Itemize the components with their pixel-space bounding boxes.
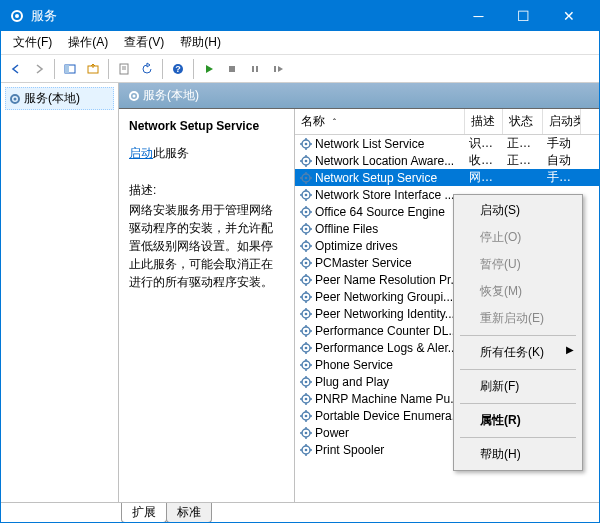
ctx-help[interactable]: 帮助(H) <box>456 441 580 468</box>
service-row[interactable]: Network List Service识别...正在...手动 <box>295 135 599 152</box>
col-name[interactable]: 名称ˆ <box>295 109 465 134</box>
tree-root[interactable]: 服务(本地) <box>5 87 114 110</box>
svg-point-17 <box>133 94 136 97</box>
cell-name: Optimize drives <box>295 238 465 254</box>
menubar: 文件(F) 操作(A) 查看(V) 帮助(H) <box>1 31 599 55</box>
cell-name: Performance Counter DL... <box>295 323 465 339</box>
svg-point-55 <box>305 244 308 247</box>
titlebar: 服务 ─ ☐ ✕ <box>1 1 599 31</box>
cell-name: Offline Files <box>295 221 465 237</box>
cell-name: Peer Networking Groupi... <box>295 289 465 305</box>
show-hide-button[interactable] <box>59 58 81 80</box>
gear-icon <box>299 375 313 389</box>
gear-icon <box>299 341 313 355</box>
ctx-refresh[interactable]: 刷新(F) <box>456 373 580 400</box>
gear-icon <box>299 256 313 270</box>
menu-help[interactable]: 帮助(H) <box>172 32 229 53</box>
gear-icon <box>299 239 313 253</box>
cell-name: PNRP Machine Name Pu... <box>295 391 465 407</box>
detail-service-name: Network Setup Service <box>129 119 284 133</box>
svg-point-31 <box>305 176 308 179</box>
properties-button[interactable] <box>113 58 135 80</box>
svg-point-109 <box>305 397 308 400</box>
start-suffix: 此服务 <box>153 146 189 160</box>
menu-action[interactable]: 操作(A) <box>60 32 116 53</box>
menu-file[interactable]: 文件(F) <box>5 32 60 53</box>
gear-icon <box>299 358 313 372</box>
bottom-tabs: 扩展 标准 <box>1 502 599 523</box>
tree-pane: 服务(本地) <box>1 83 119 502</box>
cell-desc: 网络... <box>465 168 503 187</box>
cell-name: PCMaster Service <box>295 255 465 271</box>
export-button[interactable] <box>82 58 104 80</box>
gear-icon <box>299 307 313 321</box>
ctx-restart[interactable]: 重新启动(E) <box>456 305 580 332</box>
cell-name: Performance Logs & Aler... <box>295 340 465 356</box>
ctx-stop[interactable]: 停止(O) <box>456 224 580 251</box>
maximize-button[interactable]: ☐ <box>501 1 546 31</box>
tree-root-label: 服务(本地) <box>24 90 80 107</box>
svg-rect-10 <box>229 66 235 72</box>
context-menu: 启动(S) 停止(O) 暂停(U) 恢复(M) 重新启动(E) 所有任务(K)▶… <box>453 194 583 471</box>
ctx-start[interactable]: 启动(S) <box>456 197 580 224</box>
refresh-button[interactable] <box>136 58 158 80</box>
gear-icon <box>299 443 313 457</box>
service-row[interactable]: Network Setup Service网络...手动(触 <box>295 169 599 186</box>
col-start[interactable]: 启动类 <box>543 109 581 134</box>
svg-point-15 <box>14 97 17 100</box>
ctx-alltasks[interactable]: 所有任务(K)▶ <box>456 339 580 366</box>
detail-pane: Network Setup Service 启动此服务 描述: 网络安装服务用于… <box>119 109 294 502</box>
gear-icon <box>8 92 22 106</box>
cell-status <box>503 177 543 179</box>
minimize-button[interactable]: ─ <box>456 1 501 31</box>
svg-point-1 <box>15 14 19 18</box>
gear-icon <box>9 8 25 24</box>
svg-rect-3 <box>65 65 69 73</box>
restart-service-button[interactable] <box>267 58 289 80</box>
pause-service-button[interactable] <box>244 58 266 80</box>
cell-name: Phone Service <box>295 357 465 373</box>
forward-button[interactable] <box>28 58 50 80</box>
main-pane: 服务(本地) Network Setup Service 启动此服务 描述: 网… <box>119 83 599 502</box>
sort-asc-icon: ˆ <box>333 117 336 127</box>
svg-rect-11 <box>252 66 254 72</box>
gear-icon <box>299 426 313 440</box>
gear-icon <box>299 392 313 406</box>
tab-standard[interactable]: 标准 <box>166 503 212 523</box>
col-desc[interactable]: 描述 <box>465 109 503 134</box>
start-link[interactable]: 启动 <box>129 146 153 160</box>
svg-point-19 <box>305 142 308 145</box>
gear-icon <box>299 137 313 151</box>
cell-name: Peer Networking Identity... <box>295 306 465 322</box>
svg-point-91 <box>305 346 308 349</box>
cell-name: Network List Service <box>295 136 465 152</box>
svg-point-121 <box>305 431 308 434</box>
svg-point-103 <box>305 380 308 383</box>
svg-point-73 <box>305 295 308 298</box>
cell-name: Portable Device Enumera... <box>295 408 465 424</box>
tab-extended[interactable]: 扩展 <box>121 503 167 523</box>
menu-view[interactable]: 查看(V) <box>116 32 172 53</box>
col-status[interactable]: 状态 <box>503 109 543 134</box>
ctx-pause[interactable]: 暂停(U) <box>456 251 580 278</box>
cell-name: Network Store Interface ... <box>295 187 465 203</box>
back-button[interactable] <box>5 58 27 80</box>
gear-icon <box>299 188 313 202</box>
close-button[interactable]: ✕ <box>546 1 591 31</box>
gear-icon <box>299 273 313 287</box>
detail-start-line: 启动此服务 <box>129 145 284 162</box>
ctx-properties[interactable]: 属性(R) <box>456 407 580 434</box>
start-service-button[interactable] <box>198 58 220 80</box>
svg-point-43 <box>305 210 308 213</box>
list-pane: 名称ˆ 描述 状态 启动类 Network List Service识别...正… <box>294 109 599 502</box>
main-header: 服务(本地) <box>119 83 599 109</box>
stop-service-button[interactable] <box>221 58 243 80</box>
submenu-arrow-icon: ▶ <box>566 344 574 355</box>
cell-name: Network Location Aware... <box>295 153 465 169</box>
ctx-resume[interactable]: 恢复(M) <box>456 278 580 305</box>
svg-point-79 <box>305 312 308 315</box>
help-button[interactable]: ? <box>167 58 189 80</box>
cell-start: 手动(触 <box>543 168 581 187</box>
service-row[interactable]: Network Location Aware...收集...正在...自动 <box>295 152 599 169</box>
toolbar: ? <box>1 55 599 83</box>
